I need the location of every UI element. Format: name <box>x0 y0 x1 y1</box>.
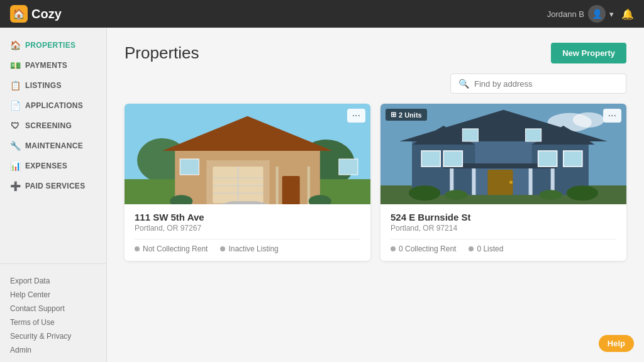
sidebar-nav: 🏠 Properties 💵 Payments 📋 Listings 📄 App… <box>0 28 106 258</box>
sidebar-item-payments[interactable]: 💵 Payments <box>0 55 106 75</box>
property-menu-btn-1[interactable]: ··· <box>347 109 365 123</box>
property-image-2: ⊞ 2 Units ··· <box>380 104 626 204</box>
property-name-2: 524 E Burnside St <box>391 212 616 222</box>
svg-rect-39 <box>443 151 462 167</box>
units-badge-2: ⊞ 2 Units <box>386 109 427 121</box>
property-name-1: 111 SW 5th Ave <box>135 212 360 222</box>
sidebar-label-properties: Properties <box>25 41 75 50</box>
stat-listing-2: 0 Listed <box>469 244 503 253</box>
property-menu-btn-2[interactable]: ··· <box>603 109 621 123</box>
svg-rect-40 <box>538 151 557 167</box>
layout: 🏠 Properties 💵 Payments 📋 Listings 📄 App… <box>0 28 644 362</box>
search-bar: 🔍 <box>450 74 626 94</box>
svg-rect-14 <box>180 159 199 175</box>
bell-icon[interactable]: 🔔 <box>621 8 634 20</box>
svg-rect-15 <box>339 159 358 175</box>
svg-rect-16 <box>276 167 279 204</box>
sidebar-item-screening[interactable]: 🛡 Screening <box>0 116 106 136</box>
properties-icon: 🏠 <box>10 40 20 50</box>
property-card-1[interactable]: ··· 111 SW 5th Ave Portland, OR 97267 No… <box>125 104 370 261</box>
svg-rect-38 <box>421 151 440 167</box>
sidebar-item-maintenance[interactable]: 🔧 Maintenance <box>0 136 106 156</box>
svg-rect-33 <box>472 168 475 195</box>
search-input[interactable] <box>474 79 618 89</box>
sidebar: 🏠 Properties 💵 Payments 📋 Listings 📄 App… <box>0 28 107 362</box>
topbar-right: Jordann B 👤 ▾ 🔔 <box>547 5 634 23</box>
sidebar-label-payments: Payments <box>25 61 67 70</box>
svg-point-45 <box>567 185 598 200</box>
help-button[interactable]: Help <box>599 335 634 352</box>
payments-icon: 💵 <box>10 60 20 70</box>
new-property-button[interactable]: New Property <box>551 43 626 63</box>
stat-dot-2 <box>220 246 225 251</box>
svg-rect-41 <box>564 151 582 167</box>
svg-rect-34 <box>529 168 533 195</box>
sidebar-label-paid-services: Paid Services <box>25 182 85 190</box>
sidebar-footer: Export Data Help Center Contact Support … <box>0 269 106 362</box>
sidebar-item-expenses[interactable]: 📊 Expenses <box>0 156 106 176</box>
sidebar-item-listings[interactable]: 📋 Listings <box>0 75 106 96</box>
stat-dot-4 <box>469 246 474 251</box>
paid-services-icon: ➕ <box>10 181 20 191</box>
stat-label-collecting-rent-1: Not Collecting Rent <box>143 244 208 253</box>
property-address-2: Portland, OR 97214 <box>391 224 616 233</box>
help-center-link[interactable]: Help Center <box>10 288 96 302</box>
sidebar-label-applications: Applications <box>25 101 83 110</box>
stat-label-listing-1: Inactive Listing <box>228 244 278 253</box>
expenses-icon: 📊 <box>10 161 20 171</box>
export-data-link[interactable]: Export Data <box>10 274 96 288</box>
svg-rect-42 <box>462 129 478 141</box>
stat-dot-3 <box>391 246 396 251</box>
svg-rect-13 <box>282 176 300 204</box>
page-header: Properties New Property <box>125 43 626 63</box>
property-stats-2: 0 Collecting Rent 0 Listed <box>391 244 616 253</box>
property-card-2[interactable]: ⊞ 2 Units ··· 524 E Burnside St Portland… <box>380 104 626 261</box>
contact-support-link[interactable]: Contact Support <box>10 302 96 315</box>
svg-point-23 <box>573 112 604 128</box>
stat-collecting-rent-1: Not Collecting Rent <box>135 244 208 253</box>
property-address-1: Portland, OR 97267 <box>135 224 360 233</box>
applications-icon: 📄 <box>10 101 20 111</box>
admin-link[interactable]: Admin <box>10 343 96 357</box>
property-divider-2 <box>391 239 616 239</box>
stat-label-collecting-rent-2: 0 Collecting Rent <box>399 244 456 253</box>
terms-link[interactable]: Terms of Use <box>10 315 96 329</box>
property-info-2: 524 E Burnside St Portland, OR 97214 0 C… <box>380 204 626 261</box>
search-bar-wrapper: 🔍 <box>125 74 626 94</box>
security-link[interactable]: Security & Privacy <box>10 329 96 343</box>
svg-point-46 <box>445 190 467 200</box>
svg-point-47 <box>540 190 562 200</box>
sidebar-label-maintenance: Maintenance <box>25 141 83 150</box>
properties-grid: ··· 111 SW 5th Ave Portland, OR 97267 No… <box>125 104 626 261</box>
avatar-icon: 👤 <box>588 5 606 23</box>
sidebar-label-expenses: Expenses <box>25 162 67 170</box>
svg-rect-43 <box>526 129 541 141</box>
user-menu[interactable]: Jordann B 👤 ▾ <box>547 5 614 23</box>
sidebar-item-applications[interactable]: 📄 Applications <box>0 96 106 116</box>
stat-collecting-rent-2: 0 Collecting Rent <box>391 244 456 253</box>
main-content: Properties New Property 🔍 <box>107 28 644 362</box>
units-label: 2 Units <box>399 111 422 119</box>
stat-listing-1: Inactive Listing <box>220 244 278 253</box>
units-icon: ⊞ <box>391 111 396 119</box>
property-image-1: ··· <box>125 104 370 204</box>
app-logo[interactable]: 🏠 Cozy <box>10 5 62 23</box>
sidebar-item-paid-services[interactable]: ➕ Paid Services <box>0 176 106 196</box>
logo-text: Cozy <box>31 7 62 21</box>
stat-dot-1 <box>135 246 140 251</box>
sidebar-label-listings: Listings <box>25 81 62 90</box>
sidebar-divider <box>0 263 106 264</box>
property-divider-1 <box>135 239 360 239</box>
sidebar-item-properties[interactable]: 🏠 Properties <box>0 35 106 55</box>
property-info-1: 111 SW 5th Ave Portland, OR 97267 Not Co… <box>125 204 370 261</box>
property-stats-1: Not Collecting Rent Inactive Listing <box>135 244 360 253</box>
svg-rect-17 <box>308 167 310 204</box>
svg-rect-36 <box>487 170 513 195</box>
logo-icon: 🏠 <box>10 5 28 23</box>
maintenance-icon: 🔧 <box>10 141 20 151</box>
user-name: Jordann B <box>547 9 584 19</box>
topbar: 🏠 Cozy Jordann B 👤 ▾ 🔔 <box>0 0 644 28</box>
search-icon: 🔍 <box>458 79 469 89</box>
listings-icon: 📋 <box>10 80 20 90</box>
screening-icon: 🛡 <box>10 121 20 131</box>
